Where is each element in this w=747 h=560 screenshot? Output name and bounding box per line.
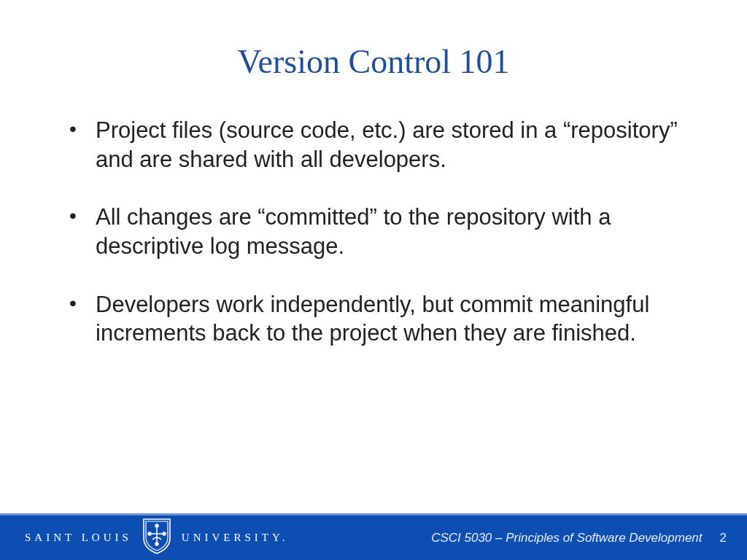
university-logo: SAINT LOUIS [25,522,289,554]
svg-point-4 [163,532,166,535]
list-item: All changes are “committed” to the repos… [69,203,689,260]
bullet-list: Project files (source code, etc.) are st… [69,116,689,348]
footer-bar: SAINT LOUIS [0,516,747,560]
svg-point-3 [148,532,151,535]
list-item: Developers work independently, but commi… [69,290,689,348]
svg-point-2 [155,524,158,527]
slide-content: Project files (source code, etc.) are st… [0,116,747,560]
org-name-right: UNIVERSITY. [182,532,289,544]
slide-footer: SAINT LOUIS [0,513,747,560]
slide: Version Control 101 Project files (sourc… [0,0,747,560]
svg-point-5 [155,542,158,545]
shield-icon [142,518,171,554]
slide-title: Version Control 101 [0,42,747,81]
page-number: 2 [720,531,727,545]
list-item: Project files (source code, etc.) are st… [69,116,689,174]
course-label: CSCI 5030 – Principles of Software Devel… [431,531,702,545]
org-name-left: SAINT LOUIS [25,532,132,544]
